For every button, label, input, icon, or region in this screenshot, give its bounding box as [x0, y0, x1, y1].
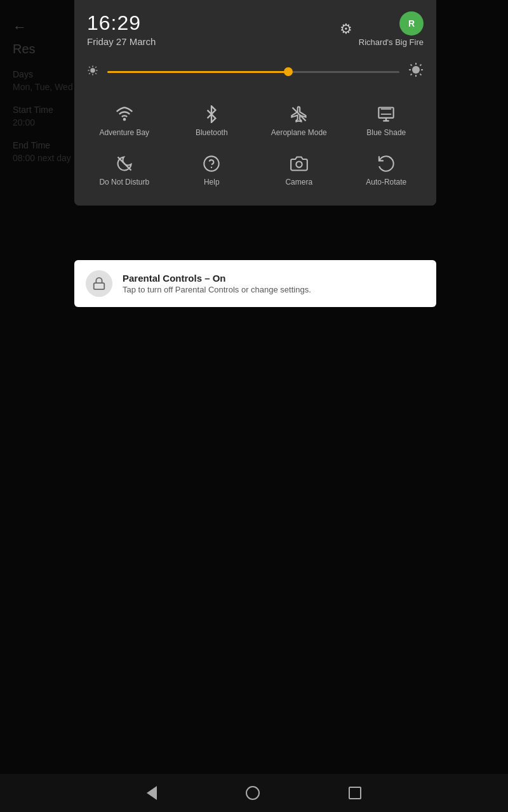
time-display: 16:29 [87, 11, 156, 35]
parental-controls-text: Parental Controls – On Tap to turn off P… [123, 273, 311, 294]
tile-bluetooth[interactable]: Bluetooth [168, 96, 256, 146]
tile-auto-rotate-label: Auto-Rotate [366, 178, 406, 187]
svg-line-16 [420, 65, 421, 66]
svg-point-18 [124, 119, 125, 120]
brightness-high-icon [408, 62, 424, 81]
tile-camera-label: Camera [285, 178, 312, 187]
lock-icon-wrap [86, 270, 112, 297]
svg-line-15 [420, 74, 421, 75]
user-name: Richard's Big Fire [359, 37, 424, 47]
nav-home-button[interactable] [246, 786, 260, 800]
svg-line-17 [411, 74, 412, 75]
brightness-slider[interactable] [107, 71, 399, 73]
tile-help[interactable]: Help [168, 146, 256, 195]
nav-recent-button[interactable] [349, 787, 361, 799]
notification-panel: 16:29 Friday 27 March ⚙ R Richard's Big … [74, 0, 436, 206]
brightness-thumb[interactable] [284, 67, 293, 76]
svg-point-9 [412, 66, 420, 74]
navigation-bar [0, 774, 508, 812]
tile-blue-shade[interactable]: Blue Shade [343, 96, 431, 146]
svg-point-0 [90, 68, 95, 73]
tile-aeroplane-mode[interactable]: Aeroplane Mode [255, 96, 343, 146]
svg-line-5 [89, 67, 90, 68]
svg-point-28 [296, 162, 302, 167]
user-avatar[interactable]: R [399, 11, 424, 36]
nav-home-icon [246, 786, 260, 800]
settings-icon[interactable]: ⚙ [340, 21, 352, 37]
parental-controls-subtitle: Tap to turn off Parental Controls or cha… [123, 285, 311, 294]
tile-adventure-bay[interactable]: Adventure Bay [81, 96, 168, 146]
brightness-low-icon [87, 65, 98, 79]
brightness-section [74, 53, 436, 90]
parental-controls-notification[interactable]: Parental Controls – On Tap to turn off P… [74, 260, 436, 307]
svg-rect-29 [94, 283, 105, 289]
user-section: ⚙ R Richard's Big Fire [340, 11, 424, 47]
tile-help-label: Help [204, 178, 220, 187]
tile-bluetooth-label: Bluetooth [196, 128, 228, 137]
svg-line-8 [89, 73, 90, 74]
svg-line-7 [95, 67, 97, 68]
svg-line-6 [95, 73, 97, 74]
tile-do-not-disturb-label: Do Not Disturb [99, 178, 149, 187]
tile-do-not-disturb[interactable]: Do Not Disturb [81, 146, 168, 195]
panel-header: 16:29 Friday 27 March ⚙ R Richard's Big … [74, 0, 436, 53]
time-section: 16:29 Friday 27 March [87, 11, 156, 47]
tile-auto-rotate[interactable]: Auto-Rotate [343, 146, 431, 195]
date-display: Friday 27 March [87, 36, 156, 47]
user-info: R Richard's Big Fire [359, 11, 424, 47]
nav-back-button[interactable] [147, 786, 157, 800]
tile-camera[interactable]: Camera [255, 146, 343, 195]
nav-recent-icon [349, 787, 361, 799]
quick-tiles-grid: Adventure Bay Bluetooth Aeroplane Mode [74, 90, 436, 206]
parental-controls-title: Parental Controls – On [123, 273, 311, 284]
svg-point-26 [204, 156, 219, 171]
tile-blue-shade-label: Blue Shade [366, 128, 406, 137]
svg-line-14 [411, 65, 412, 66]
nav-back-icon [147, 786, 157, 800]
brightness-fill [107, 71, 288, 73]
tile-adventure-bay-label: Adventure Bay [99, 128, 149, 137]
tile-aeroplane-mode-label: Aeroplane Mode [271, 128, 327, 137]
